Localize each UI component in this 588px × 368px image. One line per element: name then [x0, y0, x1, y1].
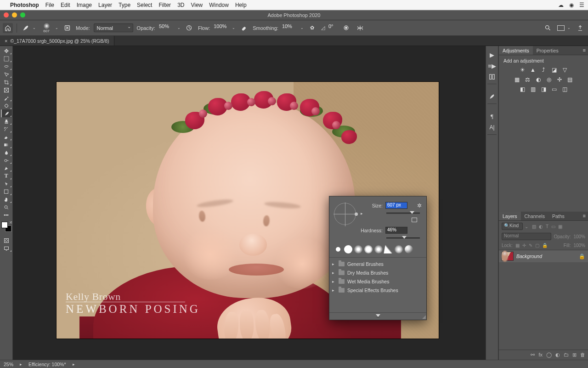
menu-image[interactable]: Image — [77, 2, 92, 8]
close-button[interactable] — [4, 12, 9, 17]
marquee-tool[interactable] — [1, 55, 12, 63]
tab-channels[interactable]: Channels — [521, 212, 548, 220]
layer-fx-icon[interactable]: fx — [538, 352, 543, 358]
brush-preset[interactable] — [336, 247, 340, 252]
actions-panel-icon[interactable]: ≡▶ — [487, 62, 497, 70]
shape-tool[interactable] — [1, 188, 12, 196]
eraser-tool[interactable] — [1, 133, 12, 141]
gradient-tool[interactable] — [1, 141, 12, 149]
layer-mask-icon[interactable]: ◯ — [546, 352, 552, 358]
quick-select-tool[interactable] — [1, 70, 12, 78]
link-layers-icon[interactable]: ⚯ — [531, 352, 535, 358]
menu-type[interactable]: Type — [119, 2, 130, 8]
menu-extras-icon[interactable]: ☰ — [579, 2, 584, 8]
type-tool[interactable]: T — [1, 172, 12, 180]
fill-value[interactable]: 100% — [573, 243, 585, 248]
tab-paths[interactable]: Paths — [548, 212, 568, 220]
swap-colors-icon[interactable]: ⤭ — [9, 220, 12, 224]
flow-caret[interactable]: ⌄ — [232, 26, 235, 30]
quickmask-toggle[interactable] — [1, 236, 12, 244]
status-chevron-icon[interactable]: ▸ — [20, 362, 22, 367]
brush-folder[interactable]: ▸Dry Media Brushes — [332, 268, 424, 277]
brush-folder[interactable]: ▸Special Effects Brushes — [332, 286, 424, 294]
lock-pixel-icon[interactable]: ✎ — [529, 243, 532, 248]
brush-size-slider[interactable] — [386, 213, 420, 214]
brush-folder[interactable]: ▸General Brushes — [332, 259, 424, 268]
airbrush-icon[interactable] — [239, 23, 249, 33]
color-lookup-icon[interactable]: ▤ — [566, 76, 574, 83]
brush-tool[interactable] — [1, 109, 12, 117]
menu-help[interactable]: Help — [235, 2, 247, 8]
smoothing-options-icon[interactable]: ✿ — [307, 23, 317, 33]
edit-toolbar[interactable]: ••• — [1, 211, 12, 219]
home-button[interactable] — [3, 23, 13, 33]
tool-preset-caret[interactable]: ⌄ — [33, 26, 36, 30]
opacity-input[interactable]: 50% — [159, 23, 175, 32]
tool-preset-picker[interactable] — [21, 23, 31, 33]
app-name[interactable]: Photoshop — [10, 2, 39, 8]
crop-tool[interactable] — [1, 78, 12, 86]
hue-sat-icon[interactable]: ▦ — [513, 76, 521, 83]
brush-hardness-input[interactable]: 46% — [385, 227, 407, 234]
libraries-panel-icon[interactable] — [487, 73, 497, 81]
smoothing-caret[interactable]: ⌄ — [300, 26, 304, 30]
user-icon[interactable]: ◉ — [569, 2, 574, 8]
history-brush-tool[interactable] — [1, 125, 12, 133]
brush-preset[interactable] — [384, 245, 393, 253]
hand-tool[interactable] — [1, 196, 12, 203]
tab-properties[interactable]: Properties — [533, 46, 562, 55]
menu-3d[interactable]: 3D — [177, 2, 184, 8]
filter-type-icon[interactable]: T — [546, 224, 548, 229]
panel-menu-icon[interactable]: ≡ — [581, 46, 588, 55]
brush-angle-input[interactable]: 0° — [328, 23, 338, 32]
filter-shape-icon[interactable]: ▭ — [551, 224, 555, 229]
brushes-panel-icon[interactable] — [487, 92, 497, 101]
blend-mode-select[interactable]: Normal — [94, 23, 133, 32]
lock-all-icon[interactable]: 🔒 — [542, 243, 548, 248]
brush-folder[interactable]: ▸Wet Media Brushes — [332, 277, 424, 286]
paragraph-panel-icon[interactable]: ¶ — [487, 112, 497, 121]
brush-preset[interactable] — [374, 245, 383, 253]
panel-menu-icon[interactable]: ≡ — [581, 212, 588, 220]
tab-layers[interactable]: Layers — [499, 212, 521, 220]
new-brush-icon[interactable] — [412, 218, 417, 222]
curves-icon[interactable]: ⤴ — [540, 66, 548, 73]
minimize-button[interactable] — [12, 12, 17, 17]
new-group-icon[interactable]: 🗀 — [564, 352, 569, 358]
menu-layer[interactable]: Layer — [98, 2, 112, 8]
document-tab[interactable]: × ©_17A7000 srgb_5000px.jpg @ 25% (RGB/8… — [0, 36, 114, 46]
symmetry-icon[interactable] — [355, 23, 365, 33]
pressure-opacity-icon[interactable] — [184, 23, 194, 33]
flow-input[interactable]: 100% — [214, 23, 230, 32]
brush-picker-caret[interactable]: ⌄ — [55, 26, 58, 30]
new-layer-icon[interactable]: ⊞ — [572, 352, 577, 358]
levels-icon[interactable]: ▲ — [529, 66, 537, 73]
menu-window[interactable]: Window — [209, 2, 229, 8]
glyphs-panel-icon[interactable]: A| — [487, 123, 497, 132]
black-white-icon[interactable]: ◐ — [534, 76, 542, 83]
layer-filter-select[interactable]: 🔍Kind — [502, 223, 523, 230]
brush-preset[interactable] — [364, 245, 373, 253]
brush-angle-widget[interactable] — [334, 203, 356, 225]
color-balance-icon[interactable]: ⚖ — [524, 76, 531, 83]
layer-lock-icon[interactable]: 🔒 — [579, 253, 585, 259]
efficiency-readout[interactable]: Efficiency: 100%* — [28, 362, 66, 367]
workspace-switcher[interactable] — [557, 25, 565, 31]
path-select-tool[interactable] — [1, 180, 12, 188]
posterize-icon[interactable]: ▥ — [529, 86, 537, 92]
brush-preset[interactable] — [354, 245, 362, 253]
brush-hardness-slider[interactable] — [386, 237, 420, 239]
cloud-icon[interactable]: ☁︎ — [558, 2, 564, 8]
new-adjustment-icon[interactable]: ◐ — [555, 352, 560, 358]
eyedropper-tool[interactable] — [1, 94, 12, 102]
layer-opacity-value[interactable]: 100% — [573, 234, 585, 239]
delete-layer-icon[interactable]: 🗑 — [580, 352, 585, 358]
zoom-button[interactable] — [20, 12, 25, 17]
blur-tool[interactable] — [1, 149, 12, 156]
filter-smart-icon[interactable]: ▦ — [558, 224, 562, 229]
menu-select[interactable]: Select — [137, 2, 152, 8]
layer-name[interactable]: Background — [516, 253, 576, 259]
pen-tool[interactable] — [1, 164, 12, 172]
exposure-icon[interactable]: ◪ — [550, 66, 558, 73]
brush-settings-button[interactable] — [62, 23, 72, 33]
